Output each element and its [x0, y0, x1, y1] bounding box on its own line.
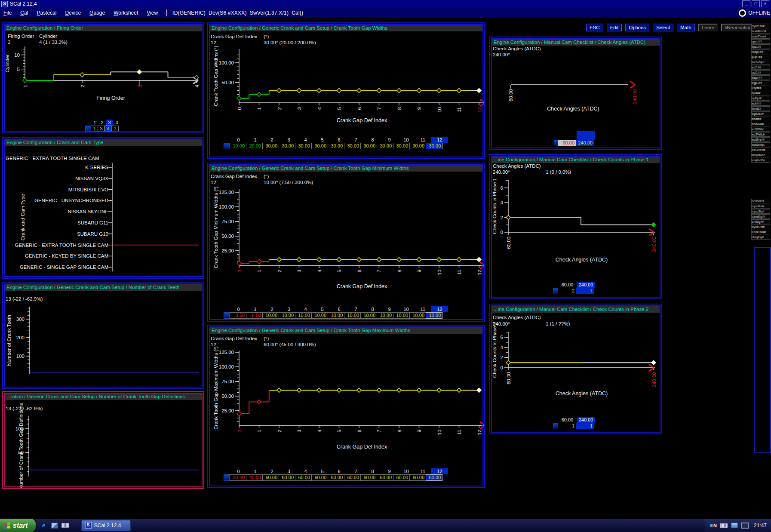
- value-cell[interactable]: 20.00: [246, 143, 263, 149]
- column-header[interactable]: 4: [297, 137, 314, 143]
- value-cell[interactable]: 240.00: [576, 140, 594, 146]
- gauge-item[interactable]: act1##: [751, 70, 770, 75]
- column-header[interactable]: 6: [331, 468, 347, 474]
- panel-chart[interactable]: 024660.00240.00Check Counts in Phase 2Ch…: [489, 304, 662, 434]
- column-header[interactable]: 60.00: [558, 417, 577, 423]
- gauge-item[interactable]: limpMode: [751, 153, 770, 157]
- value-cell[interactable]: 1: [576, 288, 594, 294]
- column-header[interactable]: 1: [247, 468, 264, 474]
- column-header[interactable]: 12: [431, 137, 448, 143]
- gauge-item[interactable]: egp1##: [751, 80, 770, 85]
- button-esc[interactable]: ESC: [586, 24, 603, 31]
- column-header[interactable]: 10: [398, 137, 415, 143]
- value-cell[interactable]: 10.00: [344, 312, 361, 319]
- gauge-item[interactable]: lamt1#: [751, 106, 770, 111]
- column-header[interactable]: [577, 131, 595, 140]
- gauge-item[interactable]: ecSWitch: [751, 132, 770, 137]
- column-header[interactable]: 9: [381, 306, 398, 312]
- gauge-item[interactable]: camSig##: [751, 214, 770, 219]
- panel-chart[interactable]: 25.0050.0075.00100.00125.000123456789101…: [207, 325, 485, 488]
- value-cell[interactable]: 60.00: [558, 140, 576, 146]
- gauge-item[interactable]: #bat##: [751, 117, 770, 121]
- value-cell[interactable]: 30.00: [409, 143, 426, 149]
- value-cell[interactable]: 30.00: [426, 143, 442, 149]
- column-header[interactable]: 10: [398, 306, 415, 312]
- value-cell[interactable]: 1: [558, 423, 576, 429]
- keyboard-launcher-icon[interactable]: [61, 523, 69, 528]
- column-header[interactable]: 0: [230, 137, 247, 143]
- keyboard-tray-icon[interactable]: [720, 523, 728, 528]
- column-header[interactable]: 8: [364, 306, 381, 312]
- column-header[interactable]: 4: [297, 468, 314, 474]
- button-edit[interactable]: Edit: [607, 24, 622, 31]
- value-cell[interactable]: 30.00: [262, 143, 279, 149]
- column-header[interactable]: 2: [264, 468, 280, 474]
- gauge-item[interactable]: numMisd#: [751, 29, 770, 34]
- panel-chart[interactable]: 50100Number of Crank Tooth Gap Definitio…: [2, 391, 204, 489]
- column-header[interactable]: 240.00: [577, 417, 595, 423]
- column-header[interactable]: 2: [264, 306, 280, 312]
- value-cell[interactable]: 3.50: [230, 312, 246, 319]
- button-options[interactable]: Options: [625, 24, 649, 31]
- value-cell[interactable]: 10.00: [393, 312, 410, 319]
- gauge-item[interactable]: egtMax#: [751, 111, 770, 116]
- column-header[interactable]: 4: [113, 120, 120, 126]
- value-cell[interactable]: 60.00: [360, 474, 377, 481]
- column-header[interactable]: 7: [347, 306, 364, 312]
- column-header[interactable]: 11: [415, 468, 431, 474]
- panel-chart[interactable]: K-SERIESNISSAN VQ3XMITSUBISHI EVOGENERIC…: [2, 137, 204, 279]
- value-cell[interactable]: 30.00: [295, 143, 312, 149]
- column-header[interactable]: 8: [364, 137, 381, 143]
- table-row-header[interactable]: [224, 143, 230, 149]
- column-header[interactable]: 2: [98, 120, 106, 126]
- panel-chart[interactable]: 100200300Number of Crank Teeth: [2, 282, 204, 389]
- value-cell[interactable]: 60.00: [344, 474, 361, 481]
- column-header[interactable]: 6: [331, 306, 347, 312]
- panel-chart[interactable]: 25.0050.0075.00100.00125.000123456789101…: [207, 163, 485, 322]
- column-header[interactable]: 3: [106, 120, 113, 126]
- value-cell[interactable]: 10.00: [360, 312, 377, 319]
- value-cell[interactable]: 30.00: [279, 143, 295, 149]
- column-header[interactable]: 3: [280, 137, 297, 143]
- value-cell[interactable]: 10.00: [377, 312, 393, 319]
- panel-chart[interactable]: 024660.00240.00Check Counts in Phase 1Ch…: [489, 154, 662, 299]
- column-header[interactable]: 60.00: [558, 282, 577, 288]
- value-cell[interactable]: 30.00: [311, 143, 328, 149]
- value-cell[interactable]: 10.00: [230, 143, 246, 149]
- value-cell[interactable]: 10.00: [409, 312, 426, 319]
- value-cell[interactable]: 30.00: [344, 143, 361, 149]
- value-cell[interactable]: 10.00: [262, 312, 279, 319]
- gauge-item[interactable]: ecSelect#: [751, 148, 770, 152]
- gauge-item[interactable]: eapt##: [751, 86, 770, 90]
- value-cell[interactable]: 60.00: [377, 474, 393, 481]
- value-cell[interactable]: 10.00: [426, 312, 442, 319]
- value-cell[interactable]: 60.00: [295, 474, 312, 481]
- column-header[interactable]: 11: [415, 137, 431, 143]
- column-header[interactable]: 5: [314, 306, 331, 312]
- gauge-item[interactable]: map1##: [751, 49, 770, 54]
- internet-explorer-icon[interactable]: e: [40, 522, 48, 529]
- gauge-item[interactable]: engineErr: [751, 158, 770, 163]
- column-header[interactable]: 4: [297, 306, 314, 312]
- value-cell[interactable]: 10.00: [311, 312, 328, 319]
- value-cell[interactable]: 60.00: [426, 474, 442, 481]
- column-header[interactable]: 12: [431, 468, 448, 474]
- value-cell[interactable]: 3: [98, 126, 105, 132]
- button-math[interactable]: Math: [677, 24, 695, 31]
- value-cell[interactable]: 60.00: [279, 474, 295, 481]
- gauge-item[interactable]: eot###: [751, 101, 770, 106]
- value-cell[interactable]: 6.50: [246, 312, 263, 319]
- start-button[interactable]: start: [0, 519, 36, 532]
- column-header[interactable]: 6: [331, 137, 347, 143]
- value-cell[interactable]: 30.00: [393, 143, 410, 149]
- gauge-item[interactable]: relFpt#: [751, 96, 770, 101]
- value-cell[interactable]: 2: [558, 288, 576, 294]
- column-header[interactable]: 5: [314, 137, 331, 143]
- column-header[interactable]: 2: [264, 137, 280, 143]
- column-header[interactable]: 3: [280, 306, 297, 312]
- column-header[interactable]: 5: [314, 468, 331, 474]
- value-cell[interactable]: 1: [91, 126, 98, 132]
- gauge-item[interactable]: ect1##: [751, 65, 770, 70]
- gauge-item[interactable]: rpm###: [751, 39, 770, 44]
- table-row-header[interactable]: [224, 474, 230, 481]
